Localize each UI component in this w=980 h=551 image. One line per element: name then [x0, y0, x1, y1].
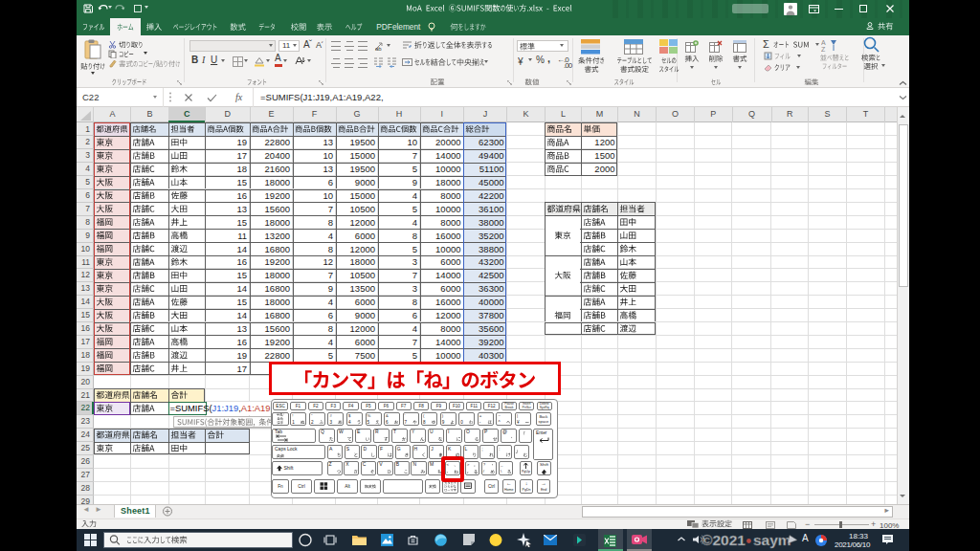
svg-text:ab: ab — [375, 46, 382, 52]
svg-text:¥: ¥ — [518, 56, 523, 67]
svg-text:A: A — [821, 39, 826, 46]
svg-text:Z: Z — [821, 46, 826, 52]
